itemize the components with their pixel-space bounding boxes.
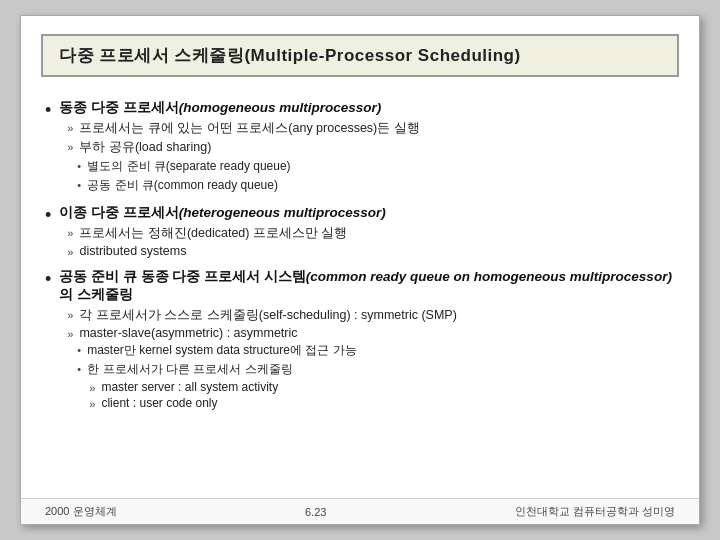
bullet-1-sub-2-sub-2-text: 공동 준비 큐(common ready queue) [87,177,278,194]
bullet-1-sub-2-sub-1-text: 별도의 준비 큐(separate ready queue) [87,158,290,175]
bullet-1-sub-1: » 프로세서는 큐에 있는 어떤 프로세스(any processes)든 실행 [67,120,675,137]
bullet-3-sub-2-sub-1-text: master만 kernel system data structure에 접근… [87,342,356,359]
slide-content: • 동종 다중 프로세서(homogeneous multiprocessor)… [21,87,699,498]
slide: 다중 프로세서 스케줄링(Multiple-Processor Scheduli… [20,15,700,525]
bullet-1-dot: • [45,100,51,121]
bullet-3-sub-1-text: 각 프로세서가 스스로 스케줄링(self-scheduling) : symm… [79,307,456,324]
bullet-3-sub-2-sub-2-sub-2: » client : user code only [89,396,675,410]
bullet-3-sub-2: » master-slave(asymmetric) : asymmetric [67,326,675,340]
bullet-2-sub-1-text: 프로세서는 정해진(dedicated) 프로세스만 실행 [79,225,347,242]
bullet-3-sub-2-sub-2-text: 한 프로세서가 다른 프로세서 스케줄링 [87,361,292,378]
bullet-3-content: 공동 준비 큐 동종 다중 프로세서 시스템(common ready queu… [59,268,675,412]
footer-right: 인천대학교 컴퓨터공학과 성미영 [515,504,675,519]
bullet-3: • 공동 준비 큐 동종 다중 프로세서 시스템(common ready qu… [45,268,675,412]
bullet-3-sub-2-sub-2: • 한 프로세서가 다른 프로세서 스케줄링 [77,361,675,378]
bullet-3-sub-2-sub-2-sub-1: » master server : all system activity [89,380,675,394]
bullet-1-content: 동종 다중 프로세서(homogeneous multiprocessor) »… [59,99,675,196]
bullet-2: • 이종 다중 프로세서(heterogeneous multiprocesso… [45,204,675,260]
bullet-2-text: 이종 다중 프로세서(heterogeneous multiprocessor) [59,204,675,222]
footer-center: 6.23 [305,506,326,518]
bullet-3-text: 공동 준비 큐 동종 다중 프로세서 시스템(common ready queu… [59,268,675,304]
bullet-2-dot: • [45,205,51,226]
slide-footer: 2000 운영체계 6.23 인천대학교 컴퓨터공학과 성미영 [21,498,699,524]
bullet-1-sub-2-text: 부하 공유(load sharing) [79,139,211,156]
bullet-1-sub-1-text: 프로세서는 큐에 있는 어떤 프로세스(any processes)든 실행 [79,120,419,137]
bullet-2-sub-2: » distributed systems [67,244,675,258]
bullet-1-sub-2-sub-1: • 별도의 준비 큐(separate ready queue) [77,158,675,175]
bullet-3-sub-1: » 각 프로세서가 스스로 스케줄링(self-scheduling) : sy… [67,307,675,324]
bullet-2-sub-1: » 프로세서는 정해진(dedicated) 프로세스만 실행 [67,225,675,242]
bullet-3-sub-2-text: master-slave(asymmetric) : asymmetric [79,326,297,340]
bullet-1-sub-2-sub-2: • 공동 준비 큐(common ready queue) [77,177,675,194]
bullet-3-sub-2-sub-1: • master만 kernel system data structure에 … [77,342,675,359]
slide-title: 다중 프로세서 스케줄링(Multiple-Processor Scheduli… [41,34,679,77]
bullet-3-sub-2-sub-2-sub-1-text: master server : all system activity [101,380,278,394]
bullet-2-sub-2-text: distributed systems [79,244,186,258]
bullet-1-text: 동종 다중 프로세서(homogeneous multiprocessor) [59,99,675,117]
bullet-3-dot: • [45,269,51,290]
bullet-3-sub-2-sub-2-sub-2-text: client : user code only [101,396,217,410]
bullet-1: • 동종 다중 프로세서(homogeneous multiprocessor)… [45,99,675,196]
bullet-2-content: 이종 다중 프로세서(heterogeneous multiprocessor)… [59,204,675,260]
footer-left: 2000 운영체계 [45,504,117,519]
bullet-1-sub-2: » 부하 공유(load sharing) [67,139,675,156]
